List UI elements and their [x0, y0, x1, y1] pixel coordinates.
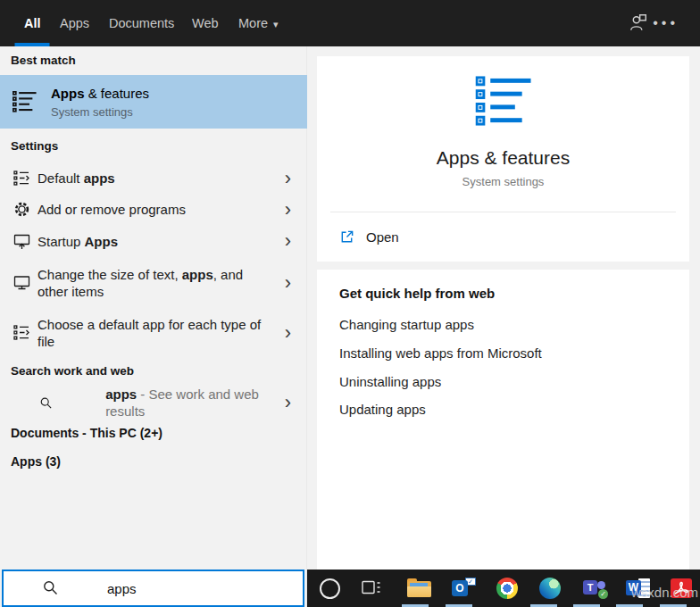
- startup-apps-icon: [13, 233, 30, 250]
- task-view-button[interactable]: [362, 579, 381, 600]
- open-action[interactable]: Open: [317, 212, 689, 262]
- quick-help-header: Get quick help from web: [339, 286, 495, 301]
- tab-apps[interactable]: Apps: [60, 0, 89, 46]
- search-web-result[interactable]: apps - See work and web results ›: [0, 387, 307, 419]
- default-apps-icon: [13, 170, 30, 187]
- outlook-icon: ✓ O: [452, 578, 476, 598]
- help-link-uninstalling-apps[interactable]: Uninstalling apps: [339, 374, 441, 389]
- open-label: Open: [366, 229, 399, 245]
- more-options-button[interactable]: •••: [653, 7, 679, 39]
- tab-more[interactable]: More▾: [238, 0, 279, 46]
- teams-icon: T ✓: [583, 578, 608, 599]
- settings-item-label: Default apps: [38, 170, 262, 187]
- settings-item-label: Change the size of text, apps, and other…: [38, 266, 262, 300]
- apps-section-header[interactable]: Apps (3): [11, 454, 61, 469]
- display-icon: [13, 274, 30, 291]
- settings-item-label: Add or remove programs: [38, 201, 262, 218]
- ellipsis-icon: •••: [653, 15, 679, 30]
- chrome-button[interactable]: [496, 578, 518, 599]
- settings-item-default-apps[interactable]: Default apps ›: [0, 162, 307, 194]
- settings-item-change-size[interactable]: Change the size of text, apps, and other…: [0, 257, 307, 308]
- best-match-title: Apps & features: [51, 86, 149, 101]
- open-external-icon: [339, 229, 354, 245]
- cortana-icon: [320, 578, 340, 599]
- watermark: wsxdn.com: [631, 585, 698, 600]
- outlook-button[interactable]: ✓ O: [452, 578, 476, 598]
- tab-all[interactable]: All: [24, 0, 41, 46]
- settings-item-choose-default-app[interactable]: Choose a default app for each type of fi…: [0, 308, 307, 357]
- settings-item-label: Choose a default app for each type of fi…: [38, 316, 262, 350]
- user-feedback-icon: [629, 12, 648, 32]
- chevron-down-icon: ▾: [273, 19, 279, 29]
- edge-icon: [539, 578, 561, 599]
- app-summary-card: Apps & features System settings Open: [317, 56, 689, 262]
- quick-help-card: Get quick help from web Changing startup…: [317, 270, 689, 570]
- tab-web-label: Web: [192, 16, 219, 30]
- chevron-right-icon: ›: [285, 323, 291, 343]
- cortana-button[interactable]: [320, 578, 340, 599]
- tab-apps-label: Apps: [60, 16, 89, 30]
- settings-item-label: Startup Apps: [38, 233, 262, 250]
- settings-item-add-remove-programs[interactable]: Add or remove programs ›: [0, 194, 307, 225]
- search-box[interactable]: [2, 570, 304, 607]
- preview-title: Apps & features: [317, 147, 689, 169]
- teams-button[interactable]: T ✓: [583, 578, 608, 599]
- result-preview-panel: Apps & features System settings Open Get…: [307, 46, 700, 570]
- tab-documents[interactable]: Documents: [109, 0, 174, 46]
- tab-web[interactable]: Web: [192, 0, 219, 46]
- best-match-header: Best match: [11, 54, 76, 67]
- tab-documents-label: Documents: [109, 16, 174, 30]
- tab-all-label: All: [24, 16, 41, 30]
- best-match-subtitle: System settings: [51, 105, 149, 119]
- chevron-right-icon: ›: [285, 231, 291, 251]
- settings-item-startup-apps[interactable]: Startup Apps ›: [0, 225, 307, 257]
- default-apps-icon: [13, 324, 30, 341]
- best-match-text: Apps & features System settings: [51, 86, 149, 119]
- search-web-label: apps - See work and web results: [105, 386, 285, 420]
- help-link-updating-apps[interactable]: Updating apps: [339, 402, 426, 417]
- file-explorer-button[interactable]: [407, 578, 431, 597]
- preview-subtitle: System settings: [317, 175, 689, 188]
- chevron-right-icon: ›: [285, 273, 291, 293]
- chevron-right-icon: ›: [285, 200, 291, 220]
- chrome-icon: [496, 578, 518, 599]
- chevron-right-icon: ›: [285, 393, 291, 412]
- help-link-installing-web-apps[interactable]: Installing web apps from Microsoft: [339, 345, 542, 361]
- search-results-pane: Best match Apps & features System settin…: [0, 46, 307, 607]
- best-match-result[interactable]: Apps & features System settings: [0, 75, 307, 129]
- edge-button[interactable]: [539, 578, 561, 599]
- taskbar: ✓ O T ✓ W: [307, 570, 700, 607]
- user-account-button[interactable]: [629, 12, 648, 36]
- task-view-icon: [362, 579, 381, 596]
- search-input[interactable]: [4, 571, 303, 605]
- search-work-web-header: Search work and web: [11, 364, 134, 378]
- search-icon: [39, 395, 53, 412]
- help-link-changing-startup-apps[interactable]: Changing startup apps: [339, 317, 474, 332]
- tab-more-label: More: [238, 16, 268, 30]
- gear-icon: [13, 201, 30, 218]
- chevron-right-icon: ›: [285, 169, 291, 188]
- file-explorer-icon: [407, 578, 431, 597]
- search-filter-bar: All Apps Documents Web More▾ •••: [0, 0, 700, 46]
- windows-search-flyout: All Apps Documents Web More▾ ••• Best ma…: [0, 0, 700, 607]
- documents-section-header[interactable]: Documents - This PC (2+): [11, 426, 162, 440]
- apps-and-features-icon: [12, 91, 37, 112]
- settings-header: Settings: [11, 139, 58, 153]
- apps-and-features-icon: [475, 76, 531, 127]
